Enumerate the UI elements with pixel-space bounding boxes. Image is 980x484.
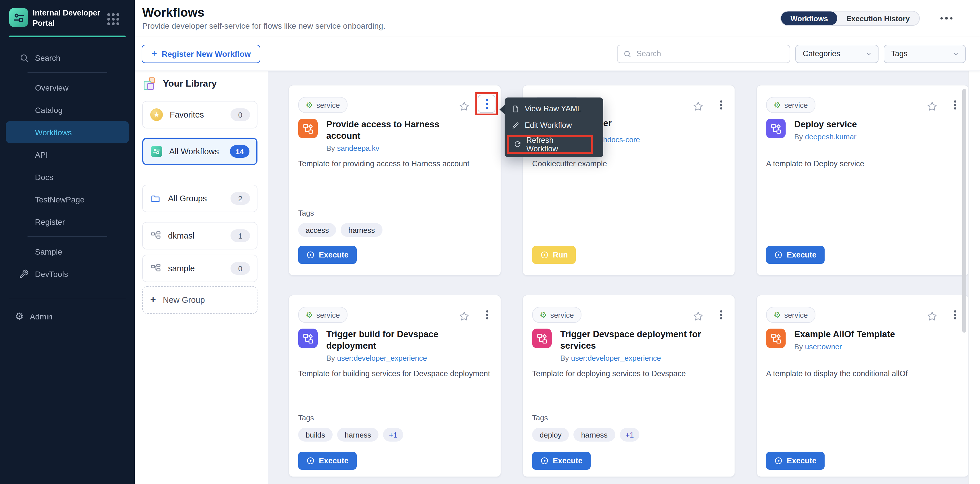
sidebar-item-search[interactable]: Search <box>0 46 135 69</box>
tags-dropdown[interactable]: Tags <box>884 45 966 63</box>
sidebar-item-testnewpage[interactable]: TestNewPage <box>0 188 135 210</box>
new-group-button[interactable]: + New Group <box>142 286 258 314</box>
menu-item-view-raw-yaml[interactable]: View Raw YAML <box>504 100 603 117</box>
sidebar-item-overview[interactable]: Overview <box>0 76 135 99</box>
kebab-menu-button[interactable] <box>478 95 495 113</box>
workflow-icon <box>766 119 786 138</box>
play-icon <box>306 457 315 465</box>
card-description: A template to display the conditional al… <box>766 368 959 380</box>
row-label: All Workflows <box>169 147 219 156</box>
card-title: Trigger build for Devspace deployment <box>326 329 476 352</box>
execute-button[interactable]: Execute <box>298 246 357 264</box>
count-badge: 0 <box>231 262 250 275</box>
sidebar-item-label: Docs <box>35 172 53 182</box>
run-label: Run <box>553 251 568 259</box>
scrollbar-gutter <box>968 70 980 484</box>
tag-pill: builds <box>298 428 332 441</box>
sidebar-accent-rule <box>9 35 126 37</box>
sidebar-item-label: TestNewPage <box>35 195 84 204</box>
sidebar-item-workflows[interactable]: Workflows <box>6 121 129 143</box>
execute-label: Execute <box>553 457 582 465</box>
library-cubes-icon <box>142 76 157 91</box>
tag-pill: harness <box>574 428 615 441</box>
favorite-star-icon[interactable] <box>459 101 469 112</box>
more-tags-pill[interactable]: +1 <box>620 428 640 441</box>
execute-button[interactable]: Execute <box>766 246 825 264</box>
execute-button[interactable]: Execute <box>766 452 825 470</box>
gear-icon: ⚙ <box>539 311 547 319</box>
author-link[interactable]: user:developer_experience <box>337 354 427 363</box>
sidebar-item-admin[interactable]: ⚙ Admin <box>0 305 135 328</box>
page-subtitle: Provide developer self-service for flows… <box>142 22 385 31</box>
row-label: Favorites <box>170 110 204 119</box>
menu-item-label: View Raw YAML <box>525 104 581 113</box>
toggle-workflows[interactable]: Workflows <box>781 11 837 25</box>
favorites-star-icon: ★ <box>150 108 163 121</box>
toggle-execution-history[interactable]: Execution History <box>837 11 919 25</box>
library-row-all-groups[interactable]: All Groups 2 <box>142 185 258 212</box>
sidebar-item-api[interactable]: API <box>0 143 135 166</box>
favorite-star-icon[interactable] <box>693 101 703 112</box>
app-logo <box>9 8 28 27</box>
play-icon <box>540 251 549 259</box>
search-icon <box>623 49 632 57</box>
search-input[interactable] <box>635 49 784 59</box>
more-options-icon[interactable] <box>940 17 953 20</box>
gear-icon: ⚙ <box>305 101 313 109</box>
register-label: Register New Workflow <box>162 49 251 58</box>
execute-label: Execute <box>787 251 816 259</box>
card-title: Example AllOf Template <box>794 329 895 340</box>
execute-button[interactable]: Execute <box>532 452 591 470</box>
favorite-star-icon[interactable] <box>927 311 937 322</box>
group-hierarchy-icon <box>150 230 161 241</box>
author-link[interactable]: deepesh.kumar <box>805 132 856 141</box>
search-icon <box>19 53 29 62</box>
sidebar-item-sample[interactable]: Sample <box>0 240 135 263</box>
categories-dropdown[interactable]: Categories <box>795 45 878 63</box>
kebab-menu-icon[interactable] <box>953 99 957 110</box>
workflow-card-example-allof: ⚙service Example AllOf Template By user:… <box>756 295 969 477</box>
sidebar-item-devtools[interactable]: DevTools <box>0 263 135 285</box>
kebab-menu-icon[interactable] <box>485 309 489 320</box>
service-badge: ⚙service <box>766 97 815 113</box>
more-tags-pill[interactable]: +1 <box>383 428 403 441</box>
row-label: All Groups <box>168 194 207 203</box>
author-link[interactable]: user:owner <box>805 342 842 351</box>
favorite-star-icon[interactable] <box>693 311 703 322</box>
author-link[interactable]: sandeepa.kv <box>337 144 379 153</box>
kebab-menu-icon[interactable] <box>953 309 957 320</box>
app-title: Internal Developer Portal <box>33 8 100 28</box>
pencil-icon <box>512 121 520 129</box>
sidebar-item-register[interactable]: Register <box>0 210 135 233</box>
library-row-all-workflows[interactable]: All Workflows 14 <box>142 138 258 165</box>
execute-button[interactable]: Execute <box>298 452 357 470</box>
card-title: Trigger Devspace deployment for services <box>560 329 710 352</box>
tags-label: Tags <box>298 414 492 422</box>
sidebar-item-docs[interactable]: Docs <box>0 166 135 188</box>
menu-item-refresh-workflow[interactable]: Refresh Workflow <box>507 135 593 154</box>
apps-grid-icon[interactable] <box>107 13 119 25</box>
view-toggle: Workflows Execution History <box>781 11 920 26</box>
library-panel: Your Library ★ Favorites 0 All Workflows… <box>135 70 268 484</box>
library-row-dkmasl[interactable]: dkmasl 1 <box>142 222 258 250</box>
kebab-menu-icon[interactable] <box>719 309 723 320</box>
register-new-workflow-button[interactable]: + Register New Workflow <box>142 45 261 63</box>
sidebar-item-label: Admin <box>30 312 52 321</box>
favorite-star-icon[interactable] <box>927 101 937 112</box>
menu-item-edit-workflow[interactable]: Edit Workflow <box>504 117 603 134</box>
kebab-menu-icon[interactable] <box>719 99 723 110</box>
workflow-icon <box>298 329 318 348</box>
author-link[interactable]: user:developer_experience <box>571 354 661 363</box>
sidebar-item-catalog[interactable]: Catalog <box>0 99 135 121</box>
service-badge: ⚙service <box>532 307 581 323</box>
library-row-sample[interactable]: sample 0 <box>142 255 258 282</box>
new-group-label: New Group <box>163 295 205 304</box>
run-button[interactable]: Run <box>532 246 576 264</box>
favorite-star-icon[interactable] <box>459 311 469 322</box>
library-row-favorites[interactable]: ★ Favorites 0 <box>142 101 258 129</box>
search-field <box>617 45 790 63</box>
scrollbar-thumb[interactable] <box>962 89 966 333</box>
document-icon <box>512 105 520 113</box>
menu-item-label: Refresh Workflow <box>527 136 587 153</box>
service-badge: ⚙service <box>766 307 815 323</box>
